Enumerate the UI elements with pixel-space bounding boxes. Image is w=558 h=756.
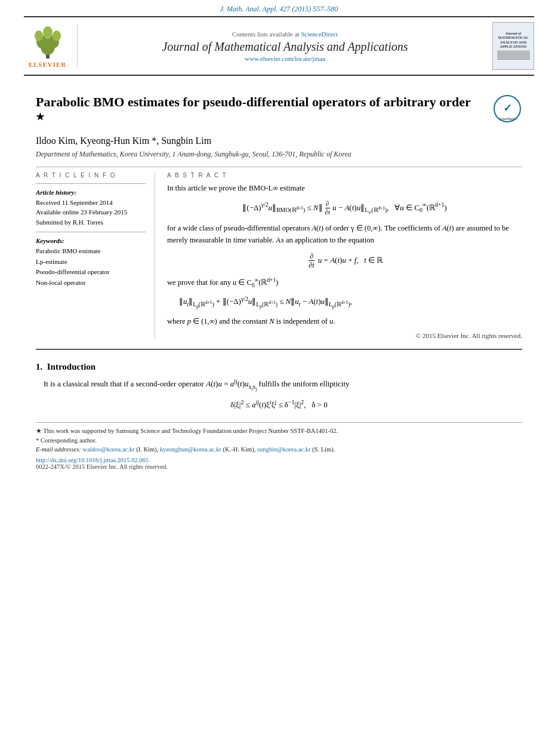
keyword-4: Non-local operator: [36, 278, 146, 288]
received-date: Received 11 September 2014: [36, 198, 146, 208]
elsevier-brand: ELSEVIER: [29, 61, 67, 68]
footnote-1-text: ★ This work was supported by Samsung Sci…: [36, 428, 338, 434]
authors-text: Ildoo Kim, Kyeong-Hun Kim *, Sungbin Lim: [36, 136, 211, 146]
footnotes-section: ★ This work was supported by Samsung Sci…: [36, 422, 522, 470]
email-1-name: (I. Kim),: [136, 446, 158, 453]
journal-url[interactable]: www.elsevier.com/locate/jmaa: [84, 55, 486, 62]
article-info-column: A R T I C L E I N F O Article history: R…: [36, 172, 155, 340]
email-3-name: (S. Lim).: [312, 446, 335, 453]
journal-header: ELSEVIER Contents lists available at Sci…: [24, 16, 534, 76]
header-divider: [36, 167, 522, 167]
page: J. Math. Anal. Appl. 427 (2015) 557–580 …: [0, 0, 558, 756]
elsevier-logo: ELSEVIER: [24, 24, 78, 68]
article-info-label: A R T I C L E I N F O: [36, 172, 146, 179]
section-1-heading: 1. Introduction: [36, 362, 522, 372]
article-info-abstract: A R T I C L E I N F O Article history: R…: [36, 172, 522, 340]
affiliation: Department of Mathematics, Korea Univers…: [36, 149, 522, 159]
abstract-text-3: we prove that for any u ∈ C0∞(ℝd+1): [167, 276, 522, 290]
doi-text[interactable]: http://dx.doi.org/10.1016/j.jmaa.2015.02…: [36, 457, 149, 463]
svg-text:✓: ✓: [503, 102, 512, 114]
email-addresses: E-mail addresses: waldoo@korea.ac.kr (I.…: [36, 445, 522, 454]
section-number-text: 1.: [36, 362, 42, 371]
email-3-link[interactable]: sungbin@korea.ac.kr: [257, 446, 311, 453]
keywords-divider: [36, 232, 146, 232]
info-divider: [36, 183, 146, 184]
abstract-text-2: for a wide class of pseudo-differential …: [167, 222, 522, 246]
abstract-column: A B S T R A C T In this article we prove…: [167, 172, 522, 340]
article-body: Parabolic BMO estimates for pseudo-diffe…: [0, 76, 558, 482]
title-text: Parabolic BMO estimates for pseudo-diffe…: [36, 94, 471, 109]
email-2-name: (K.-H. Kim),: [223, 446, 255, 453]
equation-1: ‖(−Δ)γ/2u‖BMO(ℝd+1) ≤ N‖∂∂tu − A(t)u‖L∞(…: [167, 200, 522, 216]
keywords-label: Keywords:: [36, 237, 146, 244]
journal-ref-text: J. Math. Anal. Appl. 427 (2015) 557–580: [220, 5, 338, 13]
copyright-notice: © 2015 Elsevier Inc. All rights reserved…: [167, 332, 522, 339]
intro-equation: δ|ξ|2 ≤ aij(t)ξiξj ≤ δ−1|ξ|2, δ > 0: [36, 399, 522, 410]
svg-point-6: [43, 26, 53, 38]
abstract-intro: In this article we prove the BMO-L∞ esti…: [167, 184, 305, 192]
issn-line: 0022-247X/© 2015 Elsevier Inc. All right…: [36, 463, 522, 470]
journal-reference: J. Math. Anal. Appl. 427 (2015) 557–580: [0, 0, 558, 16]
emails-label: E-mail addresses:: [36, 446, 81, 453]
keyword-2: Lp-estimate: [36, 257, 146, 268]
contents-text: Contents lists available at: [232, 30, 300, 38]
footnote-2-text: * Corresponding author.: [36, 437, 97, 444]
contents-available-line: Contents lists available at ScienceDirec…: [84, 30, 486, 38]
email-1-link[interactable]: waldoo@korea.ac.kr: [82, 446, 134, 453]
svg-text:CrossMark: CrossMark: [498, 117, 516, 121]
elsevier-tree-icon: [27, 24, 69, 60]
sciencedirect-link[interactable]: ScienceDirect: [301, 30, 338, 38]
footnote-1: ★ This work was supported by Samsung Sci…: [36, 426, 522, 436]
keyword-1: Parabolic BMO estimate: [36, 246, 146, 257]
journal-center-info: Contents lists available at ScienceDirec…: [84, 30, 486, 62]
doi-line[interactable]: http://dx.doi.org/10.1016/j.jmaa.2015.02…: [36, 457, 522, 463]
authors: Ildoo Kim, Kyeong-Hun Kim *, Sungbin Lim: [36, 136, 522, 146]
abstract-text-1: In this article we prove the BMO-L∞ esti…: [167, 182, 522, 194]
section-title-text: Introduction: [47, 362, 95, 371]
submitted-by: Submitted by R.H. Torres: [36, 217, 146, 228]
keyword-3: Pseudo-differential operator: [36, 267, 146, 278]
journal-cover-image: Journal ofMATHEMATICALANALYSIS ANDAPPLIC…: [492, 22, 534, 70]
introduction-paragraph: It is a classical result that if a secon…: [36, 377, 522, 393]
journal-title: Journal of Mathematical Analysis and App…: [84, 40, 486, 54]
title-footnote-star: ★: [36, 112, 44, 122]
email-2-link[interactable]: kyeonghun@korea.ac.kr: [160, 446, 221, 453]
issn-text: 0022-247X/© 2015 Elsevier Inc. All right…: [36, 463, 168, 470]
main-section-divider: [36, 349, 522, 350]
abstract-text-4: where p ∈ (1,∞) and the constant N is in…: [167, 315, 522, 327]
history-label: Article history:: [36, 189, 146, 196]
equation-2: ∂∂tu = A(t)u + f, t ∈ ℝ: [167, 252, 522, 270]
crossmark-logo: ✓ CrossMark: [492, 94, 522, 124]
available-date: Available online 23 February 2015: [36, 207, 146, 217]
affiliation-text: Department of Mathematics, Korea Univers…: [36, 150, 352, 158]
svg-point-4: [35, 30, 43, 41]
footnote-2: * Corresponding author.: [36, 436, 522, 445]
abstract-label: A B S T R A C T: [167, 172, 522, 179]
equation-3: ‖ut‖Lp(ℝd+1) + ‖(−Δ)γ/2u‖Lp(ℝd+1) ≤ N‖ut…: [179, 296, 522, 309]
article-title: Parabolic BMO estimates for pseudo-diffe…: [36, 94, 522, 130]
svg-point-5: [53, 30, 61, 41]
